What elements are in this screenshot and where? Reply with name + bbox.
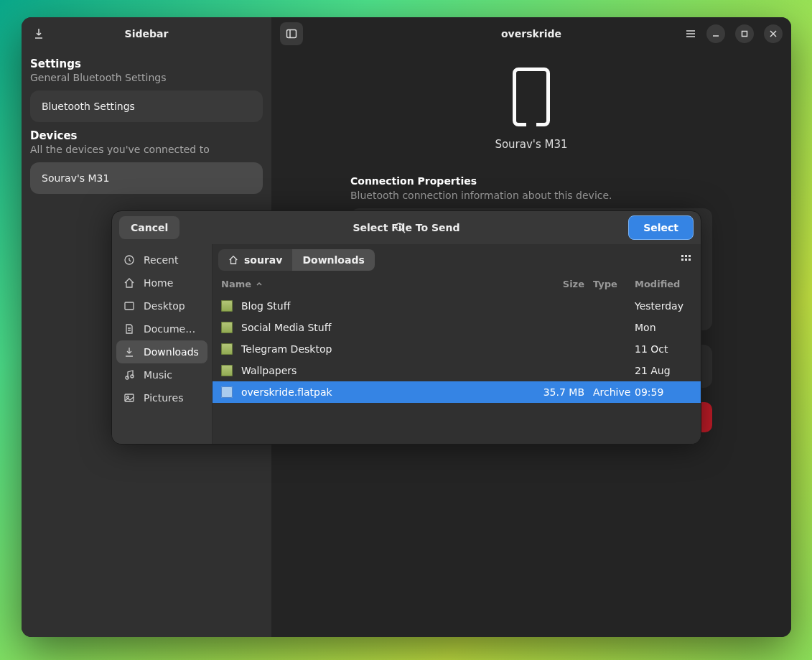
file-chooser-dialog: Cancel Select File To Send Select Recent… <box>111 210 701 445</box>
toggle-sidebar-button[interactable] <box>280 22 303 45</box>
svg-point-9 <box>396 223 403 231</box>
svg-rect-0 <box>287 30 297 38</box>
svg-point-15 <box>126 376 129 379</box>
file-icon <box>221 386 233 398</box>
file-row[interactable]: Telegram Desktop11 Oct <box>213 338 701 360</box>
place-label: Home <box>144 277 173 289</box>
place-item-recent[interactable]: Recent <box>116 248 207 271</box>
file-name: Social Media Stuff <box>241 322 533 333</box>
recent-icon <box>123 254 135 266</box>
bluetooth-settings-item[interactable]: Bluetooth Settings <box>30 90 263 122</box>
device-item[interactable]: Sourav's M31 <box>30 162 263 194</box>
folder-icon <box>221 343 233 355</box>
close-button[interactable] <box>764 24 783 43</box>
connection-properties-sub: Bluetooth connection information about t… <box>350 190 712 201</box>
column-header-size[interactable]: Size <box>533 279 584 289</box>
svg-rect-23 <box>685 259 687 261</box>
place-label: Pictures <box>144 392 183 404</box>
sidebar-title: Sidebar <box>22 28 271 39</box>
minimize-button[interactable] <box>706 24 725 43</box>
place-item-home[interactable]: Home <box>116 271 207 294</box>
place-label: Recent <box>144 254 178 266</box>
file-modified: Yesterday <box>635 300 692 312</box>
settings-section: Settings General Bluetooth Settings Blue… <box>22 50 271 122</box>
file-modified: 21 Aug <box>635 365 692 376</box>
home-icon <box>123 277 135 289</box>
svg-point-18 <box>127 396 129 399</box>
file-modified: Mon <box>635 322 692 333</box>
svg-rect-20 <box>685 255 687 257</box>
svg-line-10 <box>402 230 405 233</box>
file-name: Telegram Desktop <box>241 343 533 355</box>
svg-rect-6 <box>742 32 747 37</box>
phone-icon <box>513 68 550 126</box>
file-list: Blog StuffYesterdaySocial Media StuffMon… <box>213 295 701 403</box>
file-row[interactable]: Social Media StuffMon <box>213 317 701 338</box>
place-item-pictures[interactable]: Pictures <box>116 386 207 409</box>
folder-icon <box>221 365 233 376</box>
place-label: Downloads <box>144 346 199 358</box>
svg-rect-21 <box>689 255 691 257</box>
sidebar-header: Sidebar <box>22 17 271 50</box>
place-label: Desktop <box>144 300 185 312</box>
svg-rect-12 <box>125 302 134 310</box>
file-type: Archive <box>584 386 635 398</box>
place-item-downloads[interactable]: Downloads <box>116 340 207 363</box>
path-segment-home[interactable]: sourav <box>218 249 292 271</box>
file-row[interactable]: Blog StuffYesterday <box>213 295 701 317</box>
file-area: sourav Downloads Name Size Type Modified… <box>213 244 701 444</box>
devices-section: Devices All the devices you've connected… <box>22 122 271 194</box>
file-modified: 09:59 <box>635 386 692 398</box>
place-item-music[interactable]: Music <box>116 363 207 386</box>
search-icon[interactable] <box>394 222 406 233</box>
dialog-header: Cancel Select File To Send Select <box>112 211 701 244</box>
file-modified: 11 Oct <box>635 343 692 355</box>
path-segment-downloads[interactable]: Downloads <box>292 249 374 271</box>
place-item-documents[interactable]: Docume… <box>116 317 207 340</box>
music-icon <box>123 369 135 381</box>
device-summary: Sourav's M31 <box>350 68 712 151</box>
file-row[interactable]: overskride.flatpak35.7 MBArchive09:59 <box>213 381 701 403</box>
path-bar: sourav Downloads <box>213 244 701 276</box>
settings-heading: Settings <box>30 57 263 70</box>
window-controls <box>685 24 783 43</box>
documents-icon <box>123 323 135 335</box>
file-name: Wallpapers <box>241 365 533 376</box>
file-size: 35.7 MB <box>533 386 584 398</box>
folder-icon <box>221 300 233 312</box>
cancel-button[interactable]: Cancel <box>119 216 179 239</box>
grid-view-icon[interactable] <box>678 251 695 269</box>
devices-sub: All the devices you've connected to <box>30 144 263 155</box>
select-button[interactable]: Select <box>628 215 694 240</box>
connection-properties-title: Connection Properties <box>350 175 712 187</box>
place-item-desktop[interactable]: Desktop <box>116 294 207 317</box>
dialog-title: Select File To Send <box>112 222 701 233</box>
column-header-type[interactable]: Type <box>584 279 635 289</box>
hamburger-menu-icon[interactable] <box>685 28 696 39</box>
svg-point-16 <box>131 375 134 378</box>
column-header-modified[interactable]: Modified <box>635 279 692 289</box>
path-folder-label: Downloads <box>302 254 364 266</box>
maximize-button[interactable] <box>735 24 754 43</box>
settings-sub: General Bluetooth Settings <box>30 72 263 83</box>
places-sidebar: RecentHomeDesktopDocume…DownloadsMusicPi… <box>112 244 213 444</box>
file-row[interactable]: Wallpapers21 Aug <box>213 360 701 381</box>
path-user-label: sourav <box>244 254 282 266</box>
svg-rect-24 <box>689 259 691 261</box>
place-label: Music <box>144 369 172 381</box>
devices-heading: Devices <box>30 129 263 142</box>
downloads-icon <box>123 346 135 358</box>
file-name: Blog Stuff <box>241 300 533 312</box>
home-icon <box>228 255 238 265</box>
dialog-body: RecentHomeDesktopDocume…DownloadsMusicPi… <box>112 244 701 444</box>
sort-asc-icon <box>256 281 263 288</box>
file-list-header: Name Size Type Modified <box>213 276 701 295</box>
device-name-label: Sourav's M31 <box>495 138 567 151</box>
folder-icon <box>221 322 233 333</box>
main-header: overskride <box>271 17 791 50</box>
column-header-name[interactable]: Name <box>221 279 533 289</box>
place-label: Docume… <box>144 323 195 335</box>
pictures-icon <box>123 392 135 404</box>
file-name: overskride.flatpak <box>241 386 533 398</box>
desktop-icon <box>123 300 135 312</box>
